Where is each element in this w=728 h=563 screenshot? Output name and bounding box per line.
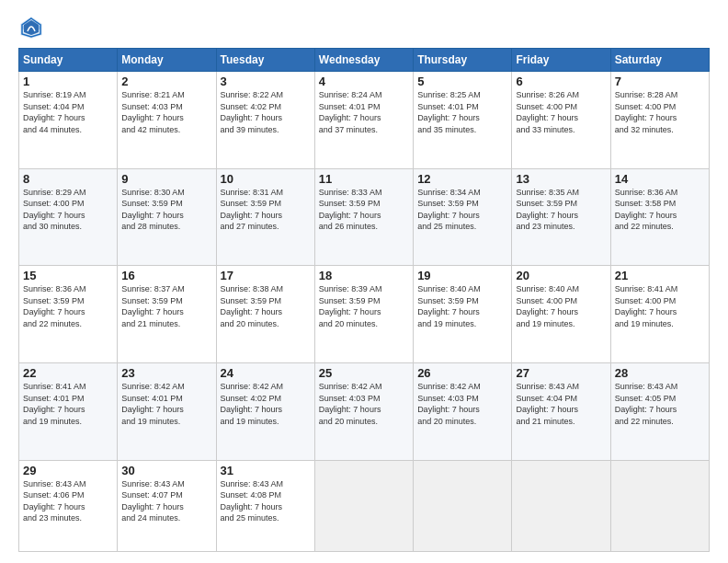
cell-text: Sunrise: 8:36 AM Sunset: 3:59 PM Dayligh… — [23, 283, 113, 329]
calendar-cell — [314, 460, 413, 551]
calendar-cell: 14Sunrise: 8:36 AM Sunset: 3:58 PM Dayli… — [610, 168, 709, 266]
day-number: 5 — [417, 75, 507, 88]
calendar-cell — [610, 460, 709, 551]
cell-text: Sunrise: 8:42 AM Sunset: 4:02 PM Dayligh… — [221, 381, 311, 427]
calendar-cell: 17Sunrise: 8:38 AM Sunset: 3:59 PM Dayli… — [216, 266, 314, 363]
cell-text: Sunrise: 8:25 AM Sunset: 4:01 PM Dayligh… — [417, 89, 507, 135]
header — [18, 15, 710, 40]
calendar-cell: 19Sunrise: 8:40 AM Sunset: 3:59 PM Dayli… — [414, 266, 512, 363]
cell-text: Sunrise: 8:37 AM Sunset: 3:59 PM Dayligh… — [121, 283, 211, 329]
cell-text: Sunrise: 8:42 AM Sunset: 4:03 PM Dayligh… — [319, 381, 409, 427]
calendar-cell: 18Sunrise: 8:39 AM Sunset: 3:59 PM Dayli… — [314, 266, 413, 363]
calendar-cell: 3Sunrise: 8:22 AM Sunset: 4:02 PM Daylig… — [216, 72, 314, 169]
cell-text: Sunrise: 8:34 AM Sunset: 3:59 PM Dayligh… — [417, 187, 507, 233]
cell-text: Sunrise: 8:40 AM Sunset: 3:59 PM Dayligh… — [417, 283, 507, 329]
day-number: 23 — [121, 366, 211, 380]
day-number: 14 — [615, 172, 705, 186]
cell-text: Sunrise: 8:26 AM Sunset: 4:00 PM Dayligh… — [516, 89, 606, 135]
calendar-cell: 26Sunrise: 8:42 AM Sunset: 4:03 PM Dayli… — [414, 362, 512, 460]
weekday-header: Sunday — [19, 49, 118, 72]
day-number: 12 — [417, 172, 507, 186]
day-number: 28 — [615, 366, 705, 380]
calendar-week-row: 29Sunrise: 8:43 AM Sunset: 4:06 PM Dayli… — [19, 460, 710, 551]
day-number: 25 — [319, 366, 409, 380]
day-number: 2 — [121, 75, 211, 88]
weekday-header: Friday — [512, 49, 610, 72]
calendar-cell: 6Sunrise: 8:26 AM Sunset: 4:00 PM Daylig… — [512, 72, 610, 169]
day-number: 6 — [516, 75, 606, 88]
calendar-week-row: 22Sunrise: 8:41 AM Sunset: 4:01 PM Dayli… — [19, 362, 710, 460]
calendar-cell: 12Sunrise: 8:34 AM Sunset: 3:59 PM Dayli… — [414, 168, 512, 266]
calendar-cell: 16Sunrise: 8:37 AM Sunset: 3:59 PM Dayli… — [118, 266, 216, 363]
day-number: 24 — [221, 366, 311, 380]
weekday-header: Saturday — [610, 49, 709, 72]
cell-text: Sunrise: 8:22 AM Sunset: 4:02 PM Dayligh… — [221, 89, 311, 135]
cell-text: Sunrise: 8:40 AM Sunset: 4:00 PM Dayligh… — [516, 283, 606, 329]
cell-text: Sunrise: 8:41 AM Sunset: 4:00 PM Dayligh… — [615, 283, 705, 329]
day-number: 26 — [417, 366, 507, 380]
calendar-cell: 5Sunrise: 8:25 AM Sunset: 4:01 PM Daylig… — [414, 72, 512, 169]
cell-text: Sunrise: 8:43 AM Sunset: 4:08 PM Dayligh… — [221, 478, 311, 524]
calendar-cell: 4Sunrise: 8:24 AM Sunset: 4:01 PM Daylig… — [314, 72, 413, 169]
cell-text: Sunrise: 8:24 AM Sunset: 4:01 PM Dayligh… — [319, 89, 409, 135]
day-number: 8 — [23, 172, 113, 186]
calendar-cell: 7Sunrise: 8:28 AM Sunset: 4:00 PM Daylig… — [610, 72, 709, 169]
calendar-cell: 13Sunrise: 8:35 AM Sunset: 3:59 PM Dayli… — [512, 168, 610, 266]
cell-text: Sunrise: 8:42 AM Sunset: 4:01 PM Dayligh… — [121, 381, 211, 427]
day-number: 30 — [121, 464, 211, 477]
cell-text: Sunrise: 8:39 AM Sunset: 3:59 PM Dayligh… — [319, 283, 409, 329]
calendar-cell: 1Sunrise: 8:19 AM Sunset: 4:04 PM Daylig… — [19, 72, 118, 169]
calendar-cell: 22Sunrise: 8:41 AM Sunset: 4:01 PM Dayli… — [19, 362, 118, 460]
calendar-cell: 23Sunrise: 8:42 AM Sunset: 4:01 PM Dayli… — [118, 362, 216, 460]
calendar-cell: 29Sunrise: 8:43 AM Sunset: 4:06 PM Dayli… — [19, 460, 118, 551]
weekday-header: Tuesday — [216, 49, 314, 72]
cell-text: Sunrise: 8:30 AM Sunset: 3:59 PM Dayligh… — [121, 187, 211, 233]
cell-text: Sunrise: 8:19 AM Sunset: 4:04 PM Dayligh… — [23, 89, 113, 135]
calendar-cell — [512, 460, 610, 551]
calendar-header-row: SundayMondayTuesdayWednesdayThursdayFrid… — [19, 49, 710, 72]
logo — [18, 15, 48, 40]
cell-text: Sunrise: 8:21 AM Sunset: 4:03 PM Dayligh… — [121, 89, 211, 135]
day-number: 10 — [221, 172, 311, 186]
cell-text: Sunrise: 8:38 AM Sunset: 3:59 PM Dayligh… — [221, 283, 311, 329]
day-number: 11 — [319, 172, 409, 186]
calendar-cell: 31Sunrise: 8:43 AM Sunset: 4:08 PM Dayli… — [216, 460, 314, 551]
cell-text: Sunrise: 8:29 AM Sunset: 4:00 PM Dayligh… — [23, 187, 113, 233]
cell-text: Sunrise: 8:42 AM Sunset: 4:03 PM Dayligh… — [417, 381, 507, 427]
calendar-cell: 9Sunrise: 8:30 AM Sunset: 3:59 PM Daylig… — [118, 168, 216, 266]
day-number: 19 — [417, 269, 507, 282]
day-number: 18 — [319, 269, 409, 282]
calendar-cell: 27Sunrise: 8:43 AM Sunset: 4:04 PM Dayli… — [512, 362, 610, 460]
calendar-cell: 24Sunrise: 8:42 AM Sunset: 4:02 PM Dayli… — [216, 362, 314, 460]
day-number: 21 — [615, 269, 705, 282]
weekday-header: Wednesday — [314, 49, 413, 72]
day-number: 7 — [615, 75, 705, 88]
calendar-cell: 30Sunrise: 8:43 AM Sunset: 4:07 PM Dayli… — [118, 460, 216, 551]
cell-text: Sunrise: 8:33 AM Sunset: 3:59 PM Dayligh… — [319, 187, 409, 233]
cell-text: Sunrise: 8:43 AM Sunset: 4:07 PM Dayligh… — [121, 478, 211, 524]
day-number: 16 — [121, 269, 211, 282]
cell-text: Sunrise: 8:31 AM Sunset: 3:59 PM Dayligh… — [221, 187, 311, 233]
calendar-cell: 20Sunrise: 8:40 AM Sunset: 4:00 PM Dayli… — [512, 266, 610, 363]
weekday-header: Monday — [118, 49, 216, 72]
day-number: 17 — [221, 269, 311, 282]
day-number: 1 — [23, 75, 113, 88]
weekday-header: Thursday — [414, 49, 512, 72]
calendar-week-row: 1Sunrise: 8:19 AM Sunset: 4:04 PM Daylig… — [19, 72, 710, 169]
day-number: 27 — [516, 366, 606, 380]
cell-text: Sunrise: 8:41 AM Sunset: 4:01 PM Dayligh… — [23, 381, 113, 427]
day-number: 31 — [221, 464, 311, 477]
day-number: 29 — [23, 464, 113, 477]
day-number: 15 — [23, 269, 113, 282]
calendar-cell: 10Sunrise: 8:31 AM Sunset: 3:59 PM Dayli… — [216, 168, 314, 266]
calendar-cell: 11Sunrise: 8:33 AM Sunset: 3:59 PM Dayli… — [314, 168, 413, 266]
calendar-week-row: 15Sunrise: 8:36 AM Sunset: 3:59 PM Dayli… — [19, 266, 710, 363]
day-number: 20 — [516, 269, 606, 282]
calendar-cell: 21Sunrise: 8:41 AM Sunset: 4:00 PM Dayli… — [610, 266, 709, 363]
page: SundayMondayTuesdayWednesdayThursdayFrid… — [0, 0, 728, 563]
cell-text: Sunrise: 8:36 AM Sunset: 3:58 PM Dayligh… — [615, 187, 705, 233]
day-number: 4 — [319, 75, 409, 88]
cell-text: Sunrise: 8:28 AM Sunset: 4:00 PM Dayligh… — [615, 89, 705, 135]
day-number: 22 — [23, 366, 113, 380]
day-number: 9 — [121, 172, 211, 186]
